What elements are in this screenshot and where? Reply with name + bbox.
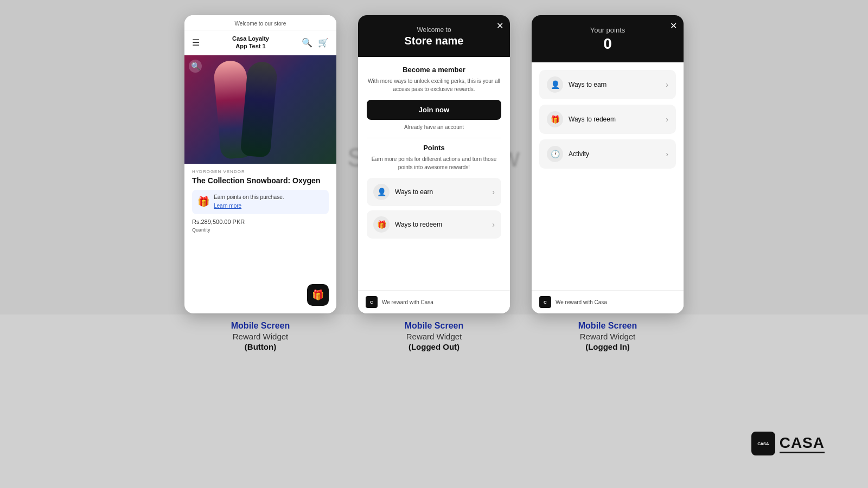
points-number: 0 <box>540 35 675 53</box>
screen2-wrapper: Welcome to Store name ✕ Become a member … <box>358 15 510 351</box>
s3-header: Your points 0 ✕ <box>532 15 684 62</box>
store-title: Casa Loyalty App Test 1 <box>232 35 269 50</box>
s3-casa-logo-text: C <box>544 300 547 305</box>
screen2-label-screen: Mobile Screen <box>358 321 510 331</box>
earn-icon: 👤 <box>373 184 390 200</box>
earn-label: Ways to earn <box>395 188 433 196</box>
nav-bar: ☰ Casa Loyalty App Test 1 🔍 🛒 <box>184 30 336 55</box>
screen1-labels: Mobile Screen Reward Widget (Button) <box>184 321 336 351</box>
menu-item-left: 👤 Ways to earn <box>373 184 433 200</box>
gift-icon: 🎁 <box>197 196 209 208</box>
phone-screen3: Your points 0 ✕ 👤 Ways to earn › � <box>532 15 684 313</box>
redeem-chevron: › <box>492 220 495 229</box>
redeem-label: Ways to redeem <box>395 221 442 228</box>
close-button[interactable]: ✕ <box>496 21 503 31</box>
s3-ways-to-earn[interactable]: 👤 Ways to earn › <box>539 70 676 99</box>
s2-header-sub: Welcome to <box>367 26 501 34</box>
screen2-label-widget: Reward Widget <box>358 332 510 341</box>
s3-activity-icon: 🕐 <box>547 146 563 162</box>
casa-logo-small: C <box>366 296 378 308</box>
screen1-label-type: (Button) <box>184 342 336 351</box>
s3-earn-label: Ways to earn <box>569 81 607 88</box>
casa-logo-big-text: CASA <box>757 441 769 446</box>
fab-icon: 🎁 <box>312 289 324 301</box>
ways-to-earn-item[interactable]: 👤 Ways to earn › <box>367 178 501 206</box>
product-title: The Collection Snowboard: Oxygen <box>192 176 329 185</box>
phone-screen2: Welcome to Store name ✕ Become a member … <box>358 15 510 313</box>
points-banner-text: Earn points on this purchase. <box>214 194 284 200</box>
search-icon[interactable]: 🔍 <box>302 37 312 48</box>
casa-logo-big: CASA <box>751 432 775 455</box>
points-heading: Points <box>367 144 501 152</box>
s2-footer: C We reward with Casa <box>358 290 510 313</box>
screen3-labels: Mobile Screen Reward Widget (Logged In) <box>532 321 684 351</box>
quantity-label: Quantity <box>192 227 329 233</box>
price: Rs.289,500.00 PKR <box>192 219 329 225</box>
screen2-label-type: (Logged Out) <box>358 342 510 351</box>
s3-activity-chevron: › <box>666 150 668 158</box>
s3-earn-icon: 👤 <box>547 76 563 93</box>
footer-text: We reward with Casa <box>382 299 433 305</box>
s3-earn-left: 👤 Ways to earn <box>547 76 607 93</box>
screen1-wrapper: Welcome to our store ☰ Casa Loyalty App … <box>184 15 336 351</box>
casa-branding: CASA CASA <box>751 432 825 455</box>
s3-body: 👤 Ways to earn › 🎁 Ways to redeem › <box>532 62 684 290</box>
screen3-label-widget: Reward Widget <box>532 332 684 341</box>
s3-ways-to-redeem[interactable]: 🎁 Ways to redeem › <box>539 105 676 134</box>
s3-activity-label: Activity <box>569 150 589 158</box>
hamburger-icon[interactable]: ☰ <box>192 37 200 48</box>
already-account-text[interactable]: Already have an account <box>367 124 501 130</box>
screen1-label-widget: Reward Widget <box>184 332 336 341</box>
screen3-label-type: (Logged In) <box>532 342 684 351</box>
main-layout: Store preview Welcome to our store ☰ Cas… <box>0 0 868 488</box>
s3-header-sub: Your points <box>540 26 675 34</box>
top-bar-text: Welcome to our store <box>235 21 286 27</box>
divider <box>367 138 501 138</box>
screen3-label-screen: Mobile Screen <box>532 321 684 331</box>
cart-icon[interactable]: 🛒 <box>318 37 329 48</box>
s3-redeem-left: 🎁 Ways to redeem <box>547 111 616 127</box>
casa-name: CASA <box>780 434 825 453</box>
screen1-label-screen: Mobile Screen <box>184 321 336 331</box>
screen2-labels: Mobile Screen Reward Widget (Logged Out) <box>358 321 510 351</box>
s3-activity[interactable]: 🕐 Activity › <box>539 139 676 169</box>
s3-activity-left: 🕐 Activity <box>547 146 589 162</box>
casa-fab-button[interactable]: 🎁 <box>307 284 329 306</box>
zoom-icon[interactable]: 🔍 <box>189 60 202 73</box>
phone-screen1: Welcome to our store ☰ Casa Loyalty App … <box>184 15 336 313</box>
s2-body: Become a member With more ways to unlock… <box>358 57 510 290</box>
casa-logo-text: C <box>370 300 373 305</box>
product-image: 🔍 <box>184 55 336 164</box>
menu-item-left-redeem: 🎁 Ways to redeem <box>373 216 442 233</box>
s3-redeem-label: Ways to redeem <box>569 115 616 123</box>
s3-footer-text: We reward with Casa <box>556 299 607 305</box>
become-member-desc: With more ways to unlock exciting perks,… <box>367 77 501 93</box>
screen3-wrapper: Your points 0 ✕ 👤 Ways to earn › � <box>532 15 684 351</box>
s2-header-title: Store name <box>367 35 501 47</box>
s3-redeem-icon: 🎁 <box>547 111 563 127</box>
redeem-icon: 🎁 <box>373 216 390 233</box>
points-desc: Earn more points for different actions a… <box>367 155 501 171</box>
points-info: Earn points on this purchase. Learn more <box>214 194 284 210</box>
become-member-heading: Become a member <box>367 66 501 74</box>
ways-to-redeem-item[interactable]: 🎁 Ways to redeem › <box>367 210 501 239</box>
s3-redeem-chevron: › <box>666 115 668 124</box>
s3-casa-logo: C <box>539 296 551 308</box>
s2-header: Welcome to Store name ✕ <box>358 15 510 57</box>
top-bar: Welcome to our store <box>184 15 336 30</box>
earn-chevron: › <box>492 188 495 196</box>
s3-earn-chevron: › <box>666 80 668 89</box>
vendor-label: HYDROGEN VENDOR <box>192 169 329 174</box>
points-banner: 🎁 Earn points on this purchase. Learn mo… <box>192 190 329 214</box>
nav-icons-right: 🔍 🛒 <box>302 37 329 48</box>
join-now-button[interactable]: Join now <box>367 100 501 120</box>
s3-footer: C We reward with Casa <box>532 290 684 313</box>
close-button-s3[interactable]: ✕ <box>670 21 677 31</box>
learn-more-link[interactable]: Learn more <box>214 203 241 209</box>
